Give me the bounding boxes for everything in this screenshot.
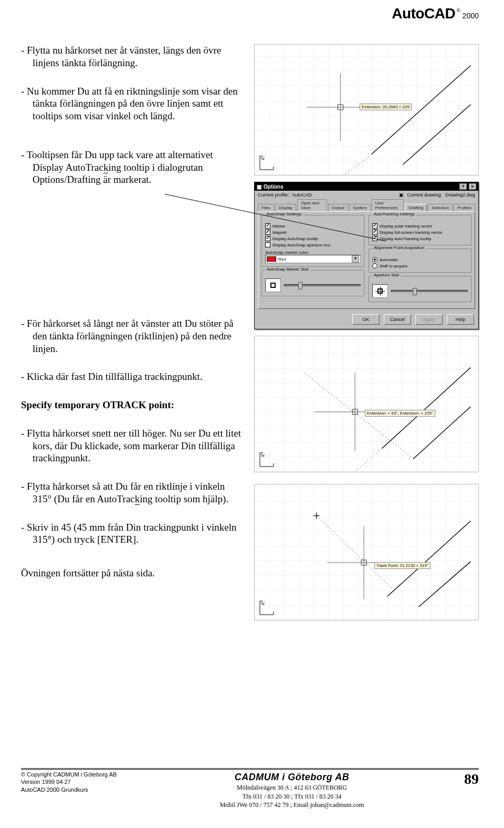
group-alignment-title: Alignment Point Acquisition — [372, 245, 426, 250]
para-3: - Tooltipsen får Du upp tack vare att al… — [21, 149, 242, 186]
tab-display[interactable]: Display — [275, 204, 296, 211]
aperture-preview — [372, 284, 388, 298]
tab-system[interactable]: System — [349, 204, 371, 211]
drawing-icon: ▣ — [399, 192, 404, 198]
tab-drafting[interactable]: Drafting — [405, 204, 427, 211]
group-marker-size: AutoSnap Marker Size — [261, 270, 364, 296]
svg-line-9 — [314, 448, 382, 472]
tab-profiles[interactable]: Profiles — [454, 204, 475, 211]
tab-open-save[interactable]: Open and Save — [297, 199, 327, 211]
group-aperture-size: Aperture Size — [369, 276, 471, 302]
brand-text: AutoCAD — [392, 5, 455, 22]
drawing-value: Drawing2.dwg — [445, 192, 475, 198]
footer-course: AutoCAD 2000 Grundkurs — [21, 786, 147, 793]
closing-text: Övningen fortsätter på nästa sida. — [21, 567, 242, 579]
figure-4: Track Point: 21.2132 < 315° W — [254, 484, 479, 620]
brand-year: 2000 — [461, 12, 479, 20]
options-icon: ▦ — [257, 184, 261, 190]
marker-size-slider[interactable] — [284, 284, 361, 286]
svg-line-2 — [325, 154, 372, 175]
ok-button[interactable]: OK — [352, 314, 380, 325]
group-autosnap: AutoSnap Settings Marker Magnet Display … — [261, 215, 364, 267]
figure-column: Extension: 20.2843 < 225 W ▦ Options ? ×… — [254, 44, 479, 759]
dialog-tabs: Files Display Open and Save Output Syste… — [255, 199, 478, 211]
close-window-button[interactable]: × — [469, 183, 476, 190]
ucs-icon: W — [258, 450, 277, 469]
drawing-label: Current drawing: — [407, 192, 442, 198]
options-dialog: ▦ Options ? × Current profile: AutoCAD ▣… — [254, 182, 479, 329]
footer-phone: Tfn 031 / 83 20 30 ; Tfx 031 / 83 20 34 — [147, 792, 437, 801]
chk-autosnap-tooltip[interactable]: Display AutoSnap tooltip — [265, 235, 361, 242]
svg-line-19 — [317, 516, 393, 589]
dialog-title-text: Options — [264, 184, 284, 190]
group-autosnap-title: AutoSnap Settings — [265, 212, 303, 216]
svg-text:W: W — [261, 602, 265, 606]
group-marker-size-title: AutoSnap Marker Size — [265, 267, 310, 272]
registered-mark: ® — [456, 7, 460, 13]
tracking-tooltip-2: Extension: < 63°, Extension: < 225° — [365, 410, 435, 417]
para-6: - Flytta hårkorset snett ner till höger.… — [21, 427, 242, 464]
group-aperture-size-title: Aperture Size — [372, 273, 401, 277]
chk-polar-vector[interactable]: Display polar tracking vector — [372, 223, 468, 229]
tab-files[interactable]: Files — [258, 204, 274, 211]
profile-label: Current profile: — [258, 192, 289, 198]
para-2: - Nu kommer Du att få en riktningslinje … — [21, 85, 242, 122]
color-swatch-icon — [267, 256, 276, 262]
page-number: 89 — [437, 771, 479, 788]
footer-address: Mölndalsvägen 30 A ; 412 63 GÖTEBORG — [147, 783, 437, 792]
ucs-icon: W — [258, 153, 277, 172]
tab-selection[interactable]: Selection — [428, 204, 453, 211]
tracking-tooltip: Extension: 20.2843 < 225 — [360, 104, 412, 110]
color-label: AutoSnap marker color: — [265, 250, 361, 255]
help-button[interactable]: Help — [447, 314, 474, 325]
footer-version: Version 1999 04 27 — [21, 778, 147, 785]
para-5: - Klicka där fast Din tillfälliga tracki… — [21, 370, 242, 383]
chevron-down-icon: ▾ — [352, 255, 359, 263]
command-prompt: Specify temporary OTRACK point: — [21, 399, 242, 411]
para-1: - Flytta nu hårkorset ner åt vänster, lä… — [21, 44, 242, 69]
chk-aperture-box[interactable]: Display AutoSnap aperture box — [265, 242, 361, 248]
help-window-button[interactable]: ? — [459, 183, 467, 190]
tab-output[interactable]: Output — [328, 204, 348, 211]
radio-automatic[interactable]: Automatic — [372, 256, 468, 263]
profile-value: AutoCAD — [292, 192, 312, 198]
figure-3: Extension: < 63°, Extension: < 225° W — [254, 336, 479, 472]
figure-1: Extension: 20.2843 < 225 W — [254, 44, 479, 175]
page-footer: © Copyright CADMUM i Göteborg AB Version… — [21, 768, 479, 809]
aperture-size-slider[interactable] — [391, 290, 468, 292]
radio-shift[interactable]: Shift to acquire — [372, 263, 468, 269]
dialog-titlebar: ▦ Options ? × — [255, 182, 478, 191]
svg-text:W: W — [261, 157, 265, 161]
cancel-button[interactable]: Cancel — [384, 314, 411, 325]
chk-autotracking-tooltip[interactable]: Display AutoTracking tooltip — [372, 235, 468, 242]
footer-mobile: Mobil JWe 070 / 757 42 79 ; Email johan@… — [147, 801, 437, 809]
svg-line-1 — [403, 105, 470, 164]
apply-button[interactable]: Apply — [415, 314, 443, 325]
group-autotracking-title: AutoTracking Settings — [372, 212, 416, 216]
svg-line-15 — [387, 521, 471, 596]
autosnap-color-combo[interactable]: Red ▾ — [265, 255, 361, 263]
marker-preview — [265, 278, 281, 292]
chk-fullscreen-vector[interactable]: Display full-screen tracking vector — [372, 229, 468, 235]
tab-user-prefs[interactable]: User Preferences — [372, 199, 404, 211]
group-alignment: Alignment Point Acquisition Automatic Sh… — [369, 249, 471, 273]
para-7: - Flytta hårkorset så att Du får en rikt… — [21, 480, 242, 505]
tracking-tooltip-3: Track Point: 21.2132 < 315° — [374, 562, 430, 569]
footer-company: CADMUM i Göteborg AB — [147, 771, 437, 783]
para-4: - För hårkorset så långt ner åt vänster … — [21, 317, 242, 355]
para-8: - Skriv in 45 (45 mm från Din trackingpu… — [21, 521, 242, 546]
footer-copyright: Copyright CADMUM i Göteborg AB — [27, 771, 117, 778]
ucs-icon: W — [258, 598, 277, 617]
svg-line-7 — [382, 368, 471, 449]
body-text-column: - Flytta nu hårkorset ner åt vänster, lä… — [21, 44, 242, 759]
svg-text:W: W — [261, 453, 265, 458]
header-logo: AutoCAD ® 2000 — [392, 5, 479, 22]
